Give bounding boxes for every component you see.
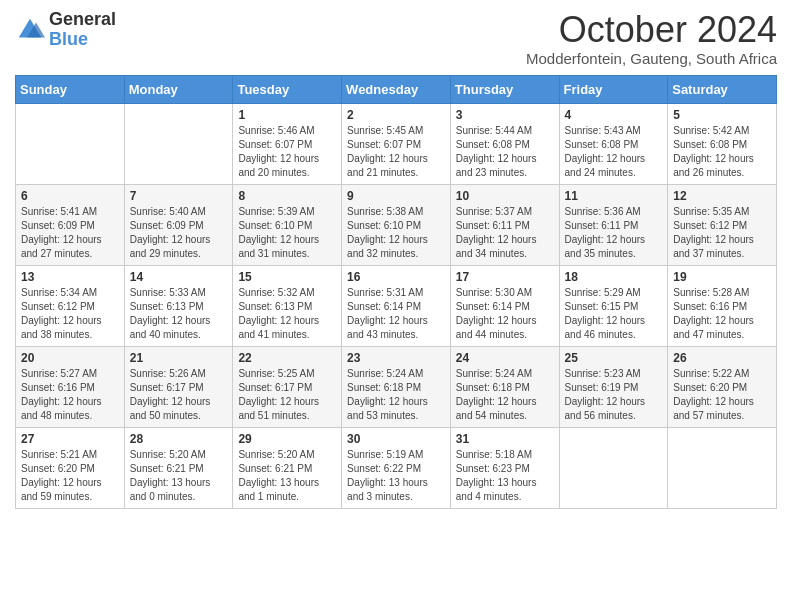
calendar-cell: 15Sunrise: 5:32 AMSunset: 6:13 PMDayligh…	[233, 265, 342, 346]
calendar-cell: 5Sunrise: 5:42 AMSunset: 6:08 PMDaylight…	[668, 103, 777, 184]
day-number: 1	[238, 108, 336, 122]
calendar-week-row: 13Sunrise: 5:34 AMSunset: 6:12 PMDayligh…	[16, 265, 777, 346]
day-number: 10	[456, 189, 554, 203]
day-number: 14	[130, 270, 228, 284]
day-number: 28	[130, 432, 228, 446]
day-info: Sunrise: 5:25 AMSunset: 6:17 PMDaylight:…	[238, 367, 336, 423]
month-title: October 2024	[526, 10, 777, 50]
day-number: 23	[347, 351, 445, 365]
logo: General Blue	[15, 10, 116, 50]
calendar-cell: 4Sunrise: 5:43 AMSunset: 6:08 PMDaylight…	[559, 103, 668, 184]
day-info: Sunrise: 5:24 AMSunset: 6:18 PMDaylight:…	[456, 367, 554, 423]
day-info: Sunrise: 5:30 AMSunset: 6:14 PMDaylight:…	[456, 286, 554, 342]
calendar-week-row: 6Sunrise: 5:41 AMSunset: 6:09 PMDaylight…	[16, 184, 777, 265]
calendar-cell: 25Sunrise: 5:23 AMSunset: 6:19 PMDayligh…	[559, 346, 668, 427]
calendar-cell	[16, 103, 125, 184]
day-info: Sunrise: 5:35 AMSunset: 6:12 PMDaylight:…	[673, 205, 771, 261]
day-number: 2	[347, 108, 445, 122]
calendar-cell: 8Sunrise: 5:39 AMSunset: 6:10 PMDaylight…	[233, 184, 342, 265]
calendar-cell: 13Sunrise: 5:34 AMSunset: 6:12 PMDayligh…	[16, 265, 125, 346]
col-sunday: Sunday	[16, 75, 125, 103]
day-number: 24	[456, 351, 554, 365]
calendar-cell: 20Sunrise: 5:27 AMSunset: 6:16 PMDayligh…	[16, 346, 125, 427]
day-number: 12	[673, 189, 771, 203]
calendar-cell: 22Sunrise: 5:25 AMSunset: 6:17 PMDayligh…	[233, 346, 342, 427]
day-info: Sunrise: 5:39 AMSunset: 6:10 PMDaylight:…	[238, 205, 336, 261]
day-info: Sunrise: 5:20 AMSunset: 6:21 PMDaylight:…	[130, 448, 228, 504]
calendar-cell: 11Sunrise: 5:36 AMSunset: 6:11 PMDayligh…	[559, 184, 668, 265]
day-number: 30	[347, 432, 445, 446]
day-number: 22	[238, 351, 336, 365]
day-info: Sunrise: 5:28 AMSunset: 6:16 PMDaylight:…	[673, 286, 771, 342]
day-info: Sunrise: 5:23 AMSunset: 6:19 PMDaylight:…	[565, 367, 663, 423]
calendar-cell	[668, 427, 777, 508]
calendar-cell	[559, 427, 668, 508]
calendar-cell: 23Sunrise: 5:24 AMSunset: 6:18 PMDayligh…	[342, 346, 451, 427]
day-number: 29	[238, 432, 336, 446]
day-info: Sunrise: 5:22 AMSunset: 6:20 PMDaylight:…	[673, 367, 771, 423]
col-monday: Monday	[124, 75, 233, 103]
calendar-cell: 31Sunrise: 5:18 AMSunset: 6:23 PMDayligh…	[450, 427, 559, 508]
calendar-cell: 29Sunrise: 5:20 AMSunset: 6:21 PMDayligh…	[233, 427, 342, 508]
day-number: 16	[347, 270, 445, 284]
col-tuesday: Tuesday	[233, 75, 342, 103]
day-info: Sunrise: 5:33 AMSunset: 6:13 PMDaylight:…	[130, 286, 228, 342]
day-number: 18	[565, 270, 663, 284]
day-info: Sunrise: 5:21 AMSunset: 6:20 PMDaylight:…	[21, 448, 119, 504]
day-info: Sunrise: 5:36 AMSunset: 6:11 PMDaylight:…	[565, 205, 663, 261]
day-info: Sunrise: 5:31 AMSunset: 6:14 PMDaylight:…	[347, 286, 445, 342]
calendar-cell: 2Sunrise: 5:45 AMSunset: 6:07 PMDaylight…	[342, 103, 451, 184]
day-number: 31	[456, 432, 554, 446]
day-number: 6	[21, 189, 119, 203]
day-number: 9	[347, 189, 445, 203]
calendar-cell: 10Sunrise: 5:37 AMSunset: 6:11 PMDayligh…	[450, 184, 559, 265]
calendar-cell: 14Sunrise: 5:33 AMSunset: 6:13 PMDayligh…	[124, 265, 233, 346]
day-number: 4	[565, 108, 663, 122]
calendar-week-row: 1Sunrise: 5:46 AMSunset: 6:07 PMDaylight…	[16, 103, 777, 184]
logo-blue-text: Blue	[49, 30, 116, 50]
day-number: 27	[21, 432, 119, 446]
calendar-week-row: 27Sunrise: 5:21 AMSunset: 6:20 PMDayligh…	[16, 427, 777, 508]
day-number: 19	[673, 270, 771, 284]
day-number: 5	[673, 108, 771, 122]
day-info: Sunrise: 5:27 AMSunset: 6:16 PMDaylight:…	[21, 367, 119, 423]
day-number: 7	[130, 189, 228, 203]
calendar-cell: 28Sunrise: 5:20 AMSunset: 6:21 PMDayligh…	[124, 427, 233, 508]
calendar-cell: 16Sunrise: 5:31 AMSunset: 6:14 PMDayligh…	[342, 265, 451, 346]
day-number: 25	[565, 351, 663, 365]
day-info: Sunrise: 5:18 AMSunset: 6:23 PMDaylight:…	[456, 448, 554, 504]
calendar-cell: 27Sunrise: 5:21 AMSunset: 6:20 PMDayligh…	[16, 427, 125, 508]
day-info: Sunrise: 5:20 AMSunset: 6:21 PMDaylight:…	[238, 448, 336, 504]
day-number: 17	[456, 270, 554, 284]
calendar-cell: 6Sunrise: 5:41 AMSunset: 6:09 PMDaylight…	[16, 184, 125, 265]
calendar-cell	[124, 103, 233, 184]
calendar-cell: 19Sunrise: 5:28 AMSunset: 6:16 PMDayligh…	[668, 265, 777, 346]
logo-text: General Blue	[49, 10, 116, 50]
calendar-cell: 12Sunrise: 5:35 AMSunset: 6:12 PMDayligh…	[668, 184, 777, 265]
col-thursday: Thursday	[450, 75, 559, 103]
day-info: Sunrise: 5:41 AMSunset: 6:09 PMDaylight:…	[21, 205, 119, 261]
calendar-table: Sunday Monday Tuesday Wednesday Thursday…	[15, 75, 777, 509]
col-wednesday: Wednesday	[342, 75, 451, 103]
day-info: Sunrise: 5:24 AMSunset: 6:18 PMDaylight:…	[347, 367, 445, 423]
day-info: Sunrise: 5:45 AMSunset: 6:07 PMDaylight:…	[347, 124, 445, 180]
calendar-cell: 3Sunrise: 5:44 AMSunset: 6:08 PMDaylight…	[450, 103, 559, 184]
day-info: Sunrise: 5:38 AMSunset: 6:10 PMDaylight:…	[347, 205, 445, 261]
day-info: Sunrise: 5:42 AMSunset: 6:08 PMDaylight:…	[673, 124, 771, 180]
day-number: 21	[130, 351, 228, 365]
day-info: Sunrise: 5:19 AMSunset: 6:22 PMDaylight:…	[347, 448, 445, 504]
day-number: 26	[673, 351, 771, 365]
day-number: 13	[21, 270, 119, 284]
col-friday: Friday	[559, 75, 668, 103]
calendar-cell: 26Sunrise: 5:22 AMSunset: 6:20 PMDayligh…	[668, 346, 777, 427]
calendar-cell: 9Sunrise: 5:38 AMSunset: 6:10 PMDaylight…	[342, 184, 451, 265]
calendar-cell: 24Sunrise: 5:24 AMSunset: 6:18 PMDayligh…	[450, 346, 559, 427]
logo-general-text: General	[49, 10, 116, 30]
calendar-header-row: Sunday Monday Tuesday Wednesday Thursday…	[16, 75, 777, 103]
calendar-cell: 30Sunrise: 5:19 AMSunset: 6:22 PMDayligh…	[342, 427, 451, 508]
day-info: Sunrise: 5:44 AMSunset: 6:08 PMDaylight:…	[456, 124, 554, 180]
day-info: Sunrise: 5:29 AMSunset: 6:15 PMDaylight:…	[565, 286, 663, 342]
day-info: Sunrise: 5:26 AMSunset: 6:17 PMDaylight:…	[130, 367, 228, 423]
location: Modderfontein, Gauteng, South Africa	[526, 50, 777, 67]
day-number: 20	[21, 351, 119, 365]
